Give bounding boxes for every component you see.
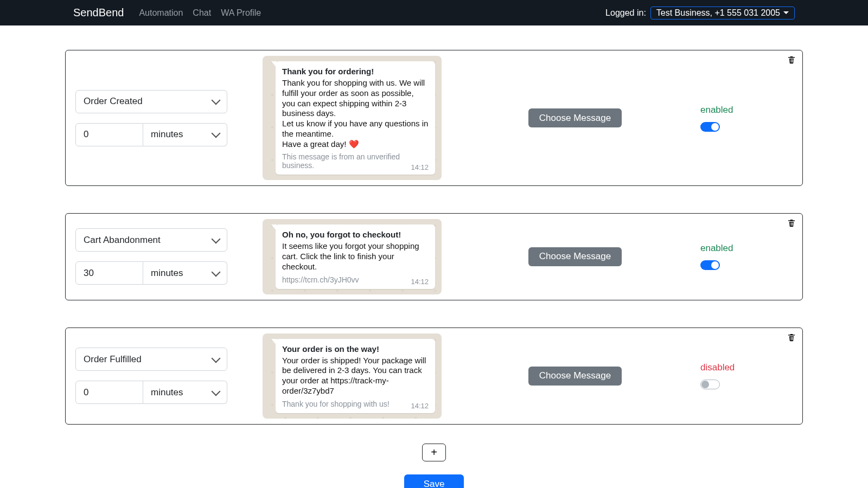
nav-wa-profile[interactable]: WA Profile bbox=[221, 8, 261, 18]
whatsapp-bubble: Thank you for ordering! Thank you for sh… bbox=[276, 61, 435, 175]
trigger-select[interactable]: Cart Abandonment bbox=[75, 228, 227, 252]
trigger-value: Order Fulfilled bbox=[84, 354, 142, 365]
chevron-down-icon bbox=[212, 129, 221, 138]
automation-rule-card: Order Created 0 minutes Thank you for or… bbox=[65, 50, 803, 186]
delay-value-input[interactable]: 0 bbox=[75, 381, 143, 404]
trigger-value: Order Created bbox=[84, 96, 143, 107]
nav-links: Automation Chat WA Profile bbox=[139, 8, 261, 18]
delay-unit-select[interactable]: minutes bbox=[143, 261, 227, 285]
delay-value-input[interactable]: 0 bbox=[75, 123, 143, 146]
trash-icon bbox=[787, 332, 796, 342]
trash-icon bbox=[787, 218, 796, 228]
status-label: enabled bbox=[700, 105, 733, 115]
trigger-select[interactable]: Order Created bbox=[75, 90, 227, 113]
save-button[interactable]: Save bbox=[404, 474, 464, 489]
trigger-value: Cart Abandonment bbox=[84, 235, 161, 246]
delete-rule-button[interactable] bbox=[787, 332, 796, 344]
chevron-down-icon bbox=[212, 234, 221, 243]
chevron-down-icon bbox=[212, 267, 221, 277]
choose-message-button[interactable]: Choose Message bbox=[528, 247, 622, 266]
message-title: Thank you for ordering! bbox=[282, 67, 429, 76]
message-preview: Thank you for ordering! Thank you for sh… bbox=[263, 56, 442, 180]
automation-rule-card: Order Fulfilled 0 minutes Your order is … bbox=[65, 328, 803, 425]
nav-chat[interactable]: Chat bbox=[193, 8, 211, 18]
trash-icon bbox=[787, 55, 796, 65]
chevron-down-icon bbox=[212, 387, 221, 396]
message-body: It seems like you forgot your shopping c… bbox=[282, 241, 429, 272]
choose-message-button[interactable]: Choose Message bbox=[528, 108, 622, 127]
nav-automation[interactable]: Automation bbox=[139, 8, 183, 18]
delete-rule-button[interactable] bbox=[787, 55, 796, 67]
trigger-select[interactable]: Order Fulfilled bbox=[75, 348, 227, 371]
automation-rule-card: Cart Abandonment 30 minutes Oh no, you f… bbox=[65, 213, 803, 300]
message-body: Your order is shipped! Your package will… bbox=[282, 356, 429, 396]
delete-rule-button[interactable] bbox=[787, 218, 796, 230]
caret-down-icon bbox=[783, 11, 789, 14]
enable-toggle[interactable] bbox=[700, 122, 720, 132]
message-title: Oh no, you forgot to checkout! bbox=[282, 230, 429, 239]
chevron-down-icon bbox=[212, 354, 221, 363]
top-navbar: SendBend Automation Chat WA Profile Logg… bbox=[0, 0, 868, 25]
whatsapp-bubble: Oh no, you forgot to checkout! It seems … bbox=[276, 224, 435, 288]
message-title: Your order is on the way! bbox=[282, 344, 429, 354]
status-label: disabled bbox=[700, 362, 735, 373]
enable-toggle[interactable] bbox=[700, 260, 720, 270]
delay-unit-select[interactable]: minutes bbox=[143, 123, 227, 146]
message-preview: Oh no, you forgot to checkout! It seems … bbox=[263, 219, 442, 294]
choose-message-button[interactable]: Choose Message bbox=[528, 367, 622, 386]
message-preview: Your order is on the way! Your order is … bbox=[263, 333, 442, 419]
account-name: Test Business, +1 555 031 2005 bbox=[656, 8, 780, 18]
message-body: Thank you for shopping with us. We will … bbox=[282, 78, 429, 149]
status-label: enabled bbox=[700, 243, 733, 254]
delay-unit-select[interactable]: minutes bbox=[143, 381, 227, 404]
delay-value-input[interactable]: 30 bbox=[75, 261, 143, 285]
automation-rules-page: Order Created 0 minutes Thank you for or… bbox=[0, 25, 868, 488]
account-dropdown[interactable]: Test Business, +1 555 031 2005 bbox=[650, 7, 795, 20]
enable-toggle[interactable] bbox=[700, 380, 720, 389]
logged-in-label: Logged in: bbox=[605, 8, 646, 18]
add-rule-button[interactable]: + bbox=[422, 444, 446, 461]
whatsapp-bubble: Your order is on the way! Your order is … bbox=[276, 339, 435, 413]
brand[interactable]: SendBend bbox=[73, 7, 124, 19]
chevron-down-icon bbox=[212, 96, 221, 105]
